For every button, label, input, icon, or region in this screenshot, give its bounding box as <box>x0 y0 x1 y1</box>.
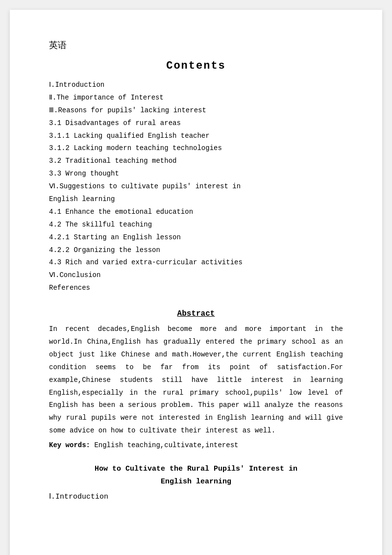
toc-item: Ⅲ.Reasons for pupils' lacking interest <box>49 104 343 117</box>
toc-item: Ⅰ.Introduction <box>49 79 343 92</box>
section-break <box>49 295 343 309</box>
toc-item: Ⅱ.The importance of Interest <box>49 92 343 104</box>
toc-item: 4.2.1 Starting an English lesson <box>49 231 343 244</box>
toc-item: Ⅵ.Suggestions to cultivate pupils' inter… <box>49 180 343 193</box>
contents-title: Contents <box>49 60 343 72</box>
toc-item: 4.2.2 Organizing the lesson <box>49 244 343 257</box>
table-of-contents: Ⅰ.Introduction Ⅱ.The importance of Inter… <box>49 79 343 295</box>
keywords-label: Key words: <box>49 441 90 449</box>
paper-title-line2: English learning <box>49 476 343 488</box>
toc-item: 4.3 Rich and varied extra-curricular act… <box>49 256 343 269</box>
keywords: Key words: English teaching,cultivate,in… <box>49 439 343 452</box>
toc-item: 4.1 Enhance the emotional education <box>49 206 343 219</box>
toc-item: References <box>49 282 343 295</box>
chinese-title: 英语 <box>49 39 343 51</box>
toc-item: 3.3 Wrong thought <box>49 168 343 180</box>
toc-item: 3.1.1 Lacking qualified English teacher <box>49 130 343 143</box>
page: 英语 Contents Ⅰ.Introduction Ⅱ.The importa… <box>10 10 382 555</box>
toc-item: English learning <box>49 193 343 206</box>
toc-item: 3.1.2 Lacking modern teaching technologi… <box>49 142 343 155</box>
intro-heading: Ⅰ.Introduction <box>49 492 343 501</box>
toc-item: 3.2 Traditional teaching method <box>49 155 343 168</box>
keywords-value: English teaching,cultivate,interest <box>90 441 238 449</box>
paper-title-line1: How to Cultivate the Rural Pupils' Inter… <box>49 463 343 476</box>
toc-item: 3.1 Disadvantages of rural areas <box>49 117 343 130</box>
toc-item: 4.2 The skillful teaching <box>49 219 343 231</box>
abstract-body: In recent decades,English become more an… <box>49 323 343 437</box>
toc-item: Ⅵ.Conclusion <box>49 269 343 282</box>
paper-title: How to Cultivate the Rural Pupils' Inter… <box>49 463 343 488</box>
abstract-title: Abstract <box>49 309 343 318</box>
